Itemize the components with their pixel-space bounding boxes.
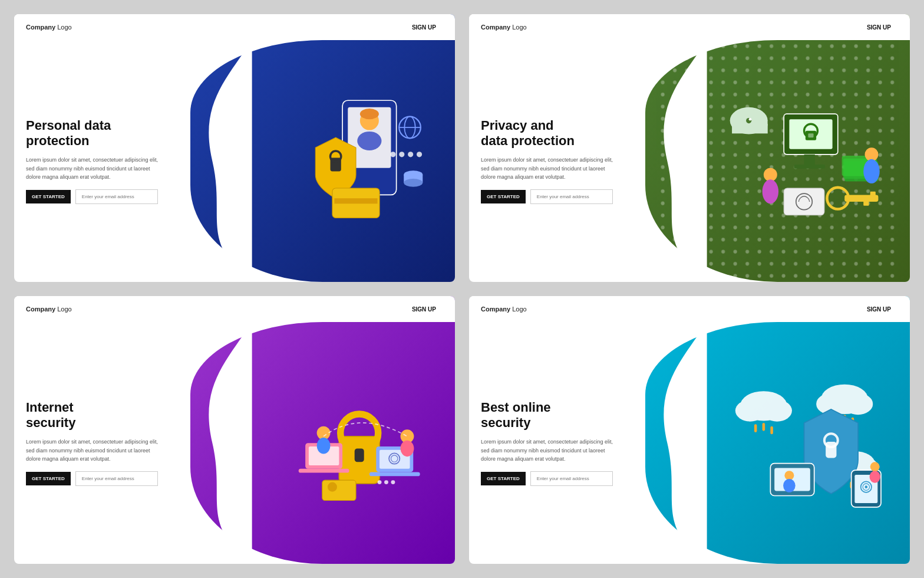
logo-3: Company Logo: [26, 306, 72, 313]
nav-home-3[interactable]: Home: [321, 306, 336, 313]
svg-rect-65: [322, 480, 356, 500]
svg-point-75: [843, 393, 873, 415]
svg-point-97: [865, 485, 868, 488]
nav-about-2[interactable]: About us: [800, 24, 823, 31]
svg-point-72: [763, 400, 792, 422]
email-input-1[interactable]: [75, 189, 158, 204]
svg-rect-79: [763, 423, 765, 431]
svg-point-64: [401, 440, 414, 456]
svg-rect-34: [864, 200, 869, 205]
headline-1: Personal data protection: [26, 118, 205, 149]
nav-product-2[interactable]: Product: [831, 24, 851, 31]
lorem-2: Lorem ipsum dolor sit amet, consectetuer…: [481, 156, 660, 181]
lorem-4: Lorem ipsum dolor sit amet, consectetuer…: [481, 438, 660, 463]
svg-point-91: [785, 471, 794, 480]
svg-point-13: [400, 152, 405, 157]
signup-btn-4[interactable]: SIGN UP: [860, 303, 898, 316]
svg-point-69: [391, 480, 395, 484]
svg-point-67: [378, 480, 382, 484]
nav-home-4[interactable]: Home: [776, 306, 791, 313]
svg-rect-47: [732, 124, 768, 133]
svg-point-36: [763, 179, 778, 203]
svg-point-35: [764, 168, 777, 181]
logo-4: Company Logo: [481, 306, 527, 313]
email-input-2[interactable]: [530, 189, 613, 204]
signup-btn-1[interactable]: SIGN UP: [405, 21, 443, 34]
email-input-4[interactable]: [530, 471, 613, 486]
logo-1: Company Logo: [26, 24, 72, 31]
svg-rect-80: [771, 426, 774, 434]
cta-btn-3[interactable]: GET STARTED: [26, 472, 71, 485]
svg-point-49: [749, 118, 752, 121]
nav-home-1[interactable]: Home: [321, 24, 336, 31]
svg-point-38: [864, 159, 880, 183]
svg-point-4: [360, 109, 379, 119]
cta-btn-1[interactable]: GET STARTED: [26, 190, 71, 203]
nav-about-4[interactable]: About us: [800, 306, 823, 313]
svg-point-92: [783, 479, 796, 492]
svg-rect-52: [355, 448, 364, 462]
nav-home-2[interactable]: Home: [776, 24, 791, 31]
lorem-3: Lorem ipsum dolor sit amet, consectetuer…: [26, 438, 205, 463]
svg-point-18: [404, 179, 423, 187]
svg-rect-8: [335, 198, 378, 203]
cta-btn-2[interactable]: GET STARTED: [481, 190, 526, 203]
card-online-security: Company Logo Home About us Product SIGN …: [469, 296, 910, 564]
card-internet-security: Company Logo Home About us Product SIGN …: [14, 296, 455, 564]
card-personal-data: Company Logo Home About us Product SIGN …: [14, 14, 455, 282]
svg-rect-23: [804, 155, 815, 165]
svg-point-68: [384, 480, 388, 484]
nav-product-3[interactable]: Product: [376, 306, 396, 313]
svg-rect-27: [808, 133, 814, 137]
email-input-3[interactable]: [75, 471, 158, 486]
svg-rect-60: [369, 472, 420, 476]
svg-point-12: [391, 152, 396, 157]
headline-3: Internet security: [26, 400, 205, 431]
headline-2: Privacy and data protection: [481, 118, 660, 149]
svg-point-3: [358, 132, 382, 150]
card-privacy-data: Company Logo Home About us Product SIGN …: [469, 14, 910, 282]
svg-point-15: [417, 152, 422, 157]
svg-point-71: [735, 400, 765, 422]
svg-rect-33: [870, 191, 876, 196]
svg-rect-87: [826, 442, 837, 458]
cta-btn-4[interactable]: GET STARTED: [481, 472, 526, 485]
headline-4: Best online security: [481, 400, 660, 431]
nav-product-4[interactable]: Product: [831, 306, 851, 313]
svg-point-98: [870, 462, 880, 471]
svg-point-66: [328, 482, 337, 491]
signup-btn-2[interactable]: SIGN UP: [860, 21, 898, 34]
svg-rect-39: [784, 188, 825, 215]
svg-rect-24: [794, 165, 826, 169]
nav-about-3[interactable]: About us: [345, 306, 368, 313]
lorem-1: Lorem ipsum dolor sit amet, consectetuer…: [26, 156, 205, 181]
nav-product-1[interactable]: Product: [376, 24, 396, 31]
svg-point-37: [865, 147, 879, 161]
signup-btn-3[interactable]: SIGN UP: [405, 303, 443, 316]
svg-rect-55: [299, 468, 349, 472]
logo-2: Company Logo: [481, 24, 527, 31]
svg-rect-81: [754, 424, 757, 432]
svg-point-99: [870, 471, 880, 483]
svg-point-14: [408, 152, 413, 157]
svg-point-57: [317, 438, 331, 454]
nav-about-1[interactable]: About us: [345, 24, 368, 31]
